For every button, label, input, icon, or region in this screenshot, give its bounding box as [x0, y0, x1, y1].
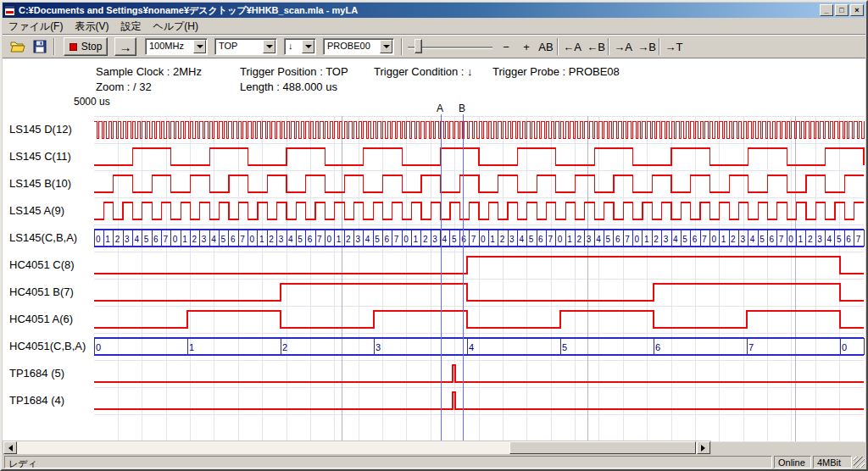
- svg-text:5: 5: [221, 235, 226, 244]
- chevron-down-icon[interactable]: [380, 40, 392, 53]
- svg-text:6: 6: [693, 235, 698, 244]
- status-memory: 4MBit: [813, 456, 852, 468]
- horizontal-scrollbar[interactable]: [3, 441, 711, 455]
- svg-text:3: 3: [509, 235, 515, 244]
- menu-help[interactable]: ヘルプ(H): [147, 18, 204, 36]
- svg-text:7: 7: [317, 235, 322, 244]
- app-window: C:¥Documents and Settings¥noname¥デスクトップ¥…: [0, 0, 868, 471]
- menu-view[interactable]: 表示(V): [69, 18, 114, 36]
- sample-clock-select[interactable]: 100MHz: [145, 38, 208, 55]
- svg-text:7: 7: [702, 235, 707, 244]
- app-icon: [4, 5, 15, 16]
- resize-grip[interactable]: [854, 457, 865, 468]
- svg-text:0: 0: [250, 235, 255, 244]
- maximize-button[interactable]: □: [835, 4, 849, 16]
- svg-text:1: 1: [105, 235, 110, 244]
- scrollbar-thumb[interactable]: [509, 441, 696, 454]
- svg-text:3: 3: [376, 342, 381, 352]
- svg-text:4: 4: [211, 235, 216, 244]
- save-file-button[interactable]: [30, 37, 50, 56]
- chevron-down-icon[interactable]: [193, 40, 206, 53]
- move-marker-a-right-button[interactable]: →A: [611, 38, 635, 55]
- arrow-left-icon: [5, 445, 13, 452]
- svg-text:1: 1: [182, 235, 187, 244]
- trigger-condition-info: Trigger Condition : ↓: [374, 65, 473, 78]
- svg-text:3: 3: [125, 235, 130, 244]
- svg-text:3: 3: [355, 235, 360, 244]
- time-scale-label: 5000 us: [74, 96, 110, 108]
- svg-text:1: 1: [490, 235, 495, 244]
- svg-text:5: 5: [606, 235, 611, 244]
- svg-text:2: 2: [282, 342, 287, 352]
- svg-text:6: 6: [770, 235, 775, 244]
- open-file-button[interactable]: [8, 37, 28, 56]
- zoom-slider-thumb[interactable]: [415, 39, 422, 53]
- svg-text:0: 0: [558, 235, 563, 244]
- zoom-in-button[interactable]: +: [516, 38, 537, 55]
- svg-text:2: 2: [500, 235, 505, 244]
- toolbar-separator: [401, 38, 403, 55]
- zoom-out-button[interactable]: −: [496, 38, 516, 55]
- svg-text:5: 5: [144, 235, 149, 244]
- svg-text:3: 3: [664, 235, 669, 244]
- svg-text:0: 0: [481, 235, 486, 244]
- svg-text:4: 4: [596, 235, 601, 244]
- chevron-down-icon[interactable]: [263, 40, 275, 53]
- svg-text:5: 5: [682, 235, 687, 244]
- trigger-edge-select[interactable]: ↓: [284, 38, 316, 55]
- svg-text:4: 4: [519, 235, 524, 244]
- minimize-button[interactable]: _: [820, 4, 833, 16]
- run-button[interactable]: →: [114, 37, 136, 56]
- svg-text:1: 1: [798, 235, 804, 244]
- scroll-right-button[interactable]: [697, 441, 710, 454]
- close-button[interactable]: ×: [850, 4, 864, 16]
- waveform-area[interactable]: 0123456701234567012345670123456701234567…: [3, 113, 865, 442]
- svg-text:1: 1: [721, 235, 726, 244]
- svg-text:1: 1: [189, 342, 194, 352]
- svg-text:2: 2: [192, 235, 198, 244]
- svg-text:0: 0: [711, 235, 716, 244]
- svg-text:1: 1: [414, 235, 419, 244]
- svg-text:7: 7: [748, 342, 754, 352]
- svg-text:4: 4: [134, 235, 139, 244]
- goto-trigger-button[interactable]: →T: [662, 38, 686, 55]
- run-arrow-icon: →: [120, 40, 132, 54]
- stop-icon: [70, 43, 77, 51]
- svg-text:6: 6: [846, 235, 851, 244]
- scroll-left-button[interactable]: [3, 441, 17, 454]
- waveform-panel: Sample Clock : 2MHz Trigger Position : T…: [3, 58, 865, 442]
- svg-text:7: 7: [625, 235, 630, 244]
- svg-text:5: 5: [562, 342, 567, 352]
- svg-text:4: 4: [469, 342, 474, 352]
- trigger-probe-select[interactable]: PROBE00: [323, 38, 394, 55]
- menu-settings[interactable]: 設定: [114, 18, 147, 36]
- move-marker-b-left-button[interactable]: ←B: [584, 38, 608, 55]
- svg-text:7: 7: [548, 235, 553, 244]
- svg-text:2: 2: [115, 235, 120, 244]
- toolbar: Stop → 100MHz TOP ↓ PROBE00 − + AB ←A ←B: [3, 34, 865, 58]
- svg-text:0: 0: [326, 235, 331, 244]
- menu-file[interactable]: ファイル(F): [3, 18, 69, 36]
- chevron-down-icon[interactable]: [302, 40, 314, 53]
- menu-bar: ファイル(F) 表示(V) 設定 ヘルプ(H): [3, 19, 865, 34]
- title-bar[interactable]: C:¥Documents and Settings¥noname¥デスクトップ¥…: [3, 3, 865, 18]
- toolbar-separator: [659, 38, 660, 55]
- svg-text:0: 0: [173, 235, 178, 244]
- ab-span-button[interactable]: AB: [535, 38, 557, 55]
- svg-text:6: 6: [461, 235, 466, 244]
- move-marker-b-right-button[interactable]: →B: [635, 38, 659, 55]
- trigger-position-select[interactable]: TOP: [214, 38, 277, 55]
- svg-text:0: 0: [788, 235, 793, 244]
- svg-text:3: 3: [432, 235, 437, 244]
- move-marker-a-left-button[interactable]: ←A: [560, 38, 584, 55]
- svg-text:0: 0: [403, 235, 409, 244]
- svg-text:7: 7: [471, 235, 476, 244]
- svg-text:1: 1: [337, 235, 342, 244]
- svg-text:4: 4: [288, 235, 293, 244]
- svg-text:5: 5: [760, 235, 765, 244]
- svg-text:6: 6: [385, 235, 390, 244]
- svg-text:3: 3: [279, 235, 284, 244]
- arrow-right-icon: [701, 445, 709, 452]
- svg-text:5: 5: [529, 235, 534, 244]
- stop-button[interactable]: Stop: [64, 37, 108, 56]
